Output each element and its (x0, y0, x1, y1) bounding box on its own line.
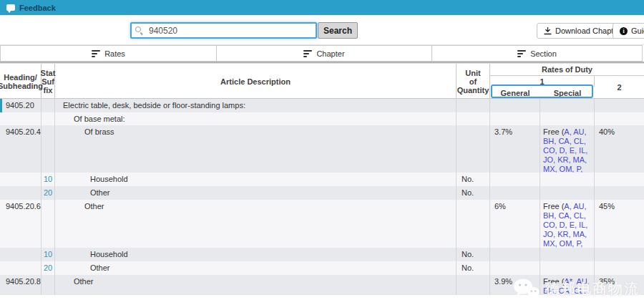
table-row[interactable]: 20 Other No. (0, 186, 644, 200)
cell-heading-subheading: 9405.20.60 (0, 200, 42, 248)
cell-stat-suffix[interactable] (42, 125, 55, 173)
cell-article-description: Of base metal: (55, 112, 457, 125)
tab-section-label: Section (530, 49, 557, 58)
cell-stat-suffix[interactable]: 10 (42, 173, 55, 186)
cell-unit-of-quantity (457, 125, 490, 173)
search-input[interactable] (130, 22, 317, 39)
list-icon (92, 50, 100, 57)
cell-unit-of-quantity (457, 275, 490, 295)
cell-article-description: Other (55, 200, 457, 248)
cell-duty-2-rate (595, 248, 644, 261)
cell-duty-2-rate: 40% (595, 125, 644, 173)
cell-special-rate (540, 112, 595, 125)
header-special: Special (540, 87, 595, 99)
cell-unit-of-quantity: No. (457, 173, 490, 186)
cell-special-rate: Free (A*, AU, BH, CA, CL, CO (540, 275, 595, 295)
cell-unit-of-quantity: No. (457, 261, 490, 275)
cell-general-rate (490, 186, 540, 200)
cell-general-rate (490, 112, 540, 125)
tab-rates[interactable]: Rates (0, 45, 217, 62)
cell-article-description: Other (55, 261, 457, 275)
cell-stat-suffix[interactable]: 10 (42, 248, 55, 261)
cell-general-rate: 3.7% (490, 125, 540, 173)
toolbar: Search Download Chapter i Guide (0, 15, 644, 44)
cell-stat-suffix[interactable] (42, 99, 55, 112)
cell-article-description: Other (55, 186, 457, 200)
tab-rates-label: Rates (104, 49, 125, 58)
cell-special-rate (540, 248, 595, 261)
tab-chapter-label: Chapter (316, 49, 344, 58)
cell-duty-2-rate: 45% (595, 200, 644, 248)
cell-general-rate: 3.9% (490, 275, 540, 295)
cell-article-description: Household (55, 173, 457, 186)
cell-unit-of-quantity (457, 99, 490, 112)
cell-duty-2-rate (595, 112, 644, 125)
download-chapter-label: Download Chapter (555, 26, 620, 35)
cell-duty-2-rate: 35% (595, 275, 644, 295)
table-row[interactable]: 10 Household No. (0, 248, 644, 261)
cell-special-rate (540, 261, 595, 275)
cell-heading-subheading (0, 186, 42, 200)
cell-article-description: Other (55, 275, 457, 295)
special-rate-prefix: Free ( (543, 202, 564, 211)
header-duty-col-2: 2 (595, 76, 644, 99)
header-stat-suffix: Stat Suf fix (42, 64, 55, 99)
cell-unit-of-quantity (457, 112, 490, 125)
cell-heading-subheading (0, 173, 42, 186)
table-header: Heading/ Subheading Stat Suf fix Article… (0, 63, 644, 99)
cell-article-description: Electric table, desk, bedside or floor-s… (55, 99, 457, 112)
table-row[interactable]: 9405.20.80 Other 3.9% Free (A*, AU, BH, … (0, 275, 644, 295)
list-icon (517, 50, 526, 57)
cell-duty-2-rate (595, 99, 644, 112)
table-row[interactable]: 9405.20.60 Other 6% Free (A, AU, BH, CA,… (0, 200, 644, 248)
header-unit-of-quantity: Unit of Quantity (457, 64, 490, 99)
table-body: 9405.20 Electric table, desk, bedside or… (0, 99, 644, 300)
tab-section[interactable]: Section (431, 45, 643, 62)
cell-stat-suffix[interactable]: 20 (42, 261, 55, 275)
view-tabs: Rates Chapter Section (0, 44, 644, 63)
cell-special-rate (540, 99, 595, 112)
tab-chapter[interactable]: Chapter (216, 45, 432, 62)
hts-rates-page: Feedback Search Download Chapter i Guide… (0, 0, 644, 300)
cell-stat-suffix[interactable] (42, 275, 55, 295)
header-article-description: Article Description (55, 64, 457, 99)
table-row[interactable]: Of base metal: (0, 112, 644, 125)
table-row[interactable]: 9405.20.40 Of brass 3.7% Free (A, AU, BH… (0, 125, 644, 173)
cell-special-rate: Free (A, AU, BH, CA, CL, CO, D, E, IL, J… (540, 125, 595, 173)
feedback-bar[interactable]: Feedback (0, 0, 644, 15)
table-row[interactable]: 10 Household No. (0, 173, 644, 186)
guide-label: Guide (631, 26, 644, 35)
cell-unit-of-quantity (457, 200, 490, 248)
cell-duty-2-rate (595, 186, 644, 200)
search-area: Search (130, 22, 358, 39)
cell-heading-subheading: 9405.20.40 (0, 125, 42, 173)
search-icon (135, 26, 141, 32)
cell-article-description: Household (55, 248, 457, 261)
cell-special-rate (540, 173, 595, 186)
cell-heading-subheading (0, 261, 42, 275)
cell-article-description: Of brass (55, 125, 457, 173)
download-icon (544, 27, 552, 35)
list-icon (303, 50, 312, 57)
cell-stat-suffix[interactable] (42, 200, 55, 248)
table-row[interactable]: 9405.20 Electric table, desk, bedside or… (0, 99, 644, 112)
cell-stat-suffix[interactable] (42, 112, 55, 125)
cell-unit-of-quantity: No. (457, 186, 490, 200)
header-general: General (490, 87, 540, 99)
table-row[interactable]: 20 Other No. (0, 261, 644, 275)
cell-general-rate (490, 99, 540, 112)
header-rates-of-duty: Rates of Duty (490, 64, 644, 76)
cell-general-rate (490, 173, 540, 186)
info-icon: i (620, 27, 628, 35)
header-duty-col-1: 1 (490, 76, 595, 87)
cell-general-rate: 6% (490, 200, 540, 248)
search-box (130, 22, 317, 39)
cell-duty-2-rate (595, 261, 644, 275)
cell-general-rate (490, 248, 540, 261)
cell-heading-subheading: 9405.20.80 (0, 275, 42, 295)
feedback-label: Feedback (19, 4, 56, 12)
guide-button[interactable]: i Guide (613, 23, 644, 39)
search-button[interactable]: Search (318, 22, 358, 39)
cell-stat-suffix[interactable]: 20 (42, 186, 55, 200)
feedback-icon (6, 4, 15, 11)
